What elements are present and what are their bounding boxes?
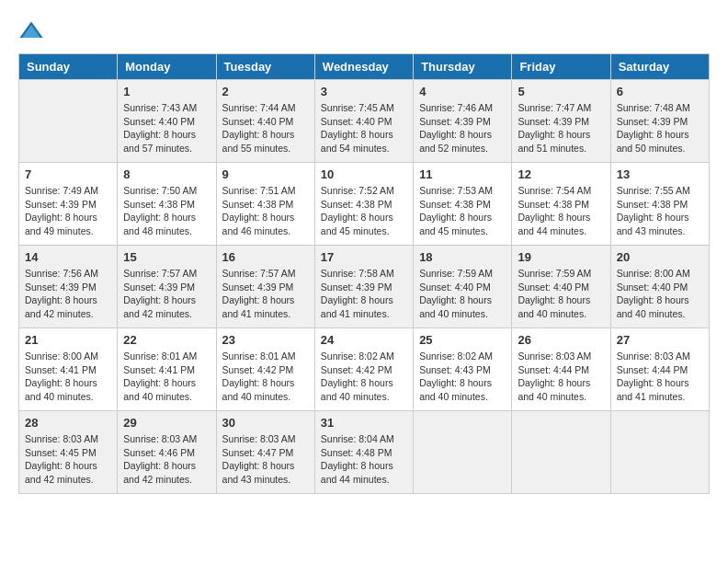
calendar-cell: 26Sunrise: 8:03 AMSunset: 4:44 PMDayligh… — [512, 328, 610, 411]
day-info: Sunrise: 8:00 AMSunset: 4:40 PMDaylight:… — [617, 267, 703, 321]
calendar-week-row: 1Sunrise: 7:43 AMSunset: 4:40 PMDaylight… — [19, 80, 710, 163]
calendar-cell — [414, 411, 512, 494]
day-info: Sunrise: 7:50 AMSunset: 4:38 PMDaylight:… — [123, 184, 210, 238]
header-friday: Friday — [512, 54, 610, 80]
day-number: 6 — [617, 85, 703, 98]
calendar-cell: 16Sunrise: 7:57 AMSunset: 4:39 PMDayligh… — [216, 246, 314, 328]
day-info: Sunrise: 8:03 AMSunset: 4:44 PMDaylight:… — [518, 350, 604, 404]
calendar-cell: 21Sunrise: 8:00 AMSunset: 4:41 PMDayligh… — [19, 328, 118, 411]
header-tuesday: Tuesday — [216, 54, 314, 80]
day-info: Sunrise: 7:53 AMSunset: 4:38 PMDaylight:… — [419, 184, 506, 238]
calendar: SundayMondayTuesdayWednesdayThursdayFrid… — [18, 53, 710, 494]
day-info: Sunrise: 7:59 AMSunset: 4:40 PMDaylight:… — [518, 267, 604, 321]
day-info: Sunrise: 7:57 AMSunset: 4:39 PMDaylight:… — [123, 267, 210, 321]
day-info: Sunrise: 7:43 AMSunset: 4:40 PMDaylight:… — [123, 101, 210, 155]
day-info: Sunrise: 8:03 AMSunset: 4:45 PMDaylight:… — [25, 432, 111, 487]
day-number: 28 — [25, 416, 111, 430]
day-info: Sunrise: 8:03 AMSunset: 4:47 PMDaylight:… — [222, 432, 309, 487]
calendar-cell: 23Sunrise: 8:01 AMSunset: 4:42 PMDayligh… — [216, 328, 314, 411]
calendar-cell: 1Sunrise: 7:43 AMSunset: 4:40 PMDaylight… — [118, 80, 216, 163]
day-info: Sunrise: 7:45 AMSunset: 4:40 PMDaylight:… — [321, 101, 407, 155]
day-number: 31 — [321, 416, 407, 430]
day-info: Sunrise: 7:46 AMSunset: 4:39 PMDaylight:… — [419, 101, 506, 155]
day-info: Sunrise: 7:55 AMSunset: 4:38 PMDaylight:… — [617, 184, 703, 238]
calendar-cell: 6Sunrise: 7:48 AMSunset: 4:39 PMDaylight… — [610, 80, 709, 163]
day-info: Sunrise: 7:58 AMSunset: 4:39 PMDaylight:… — [321, 267, 407, 321]
calendar-cell: 4Sunrise: 7:46 AMSunset: 4:39 PMDaylight… — [414, 80, 512, 163]
calendar-cell: 18Sunrise: 7:59 AMSunset: 4:40 PMDayligh… — [414, 246, 512, 328]
logo — [18, 18, 48, 44]
header-wednesday: Wednesday — [314, 54, 413, 80]
calendar-cell — [610, 411, 709, 494]
day-number: 14 — [25, 250, 111, 264]
day-number: 19 — [518, 250, 604, 264]
day-number: 30 — [222, 416, 309, 430]
day-number: 3 — [321, 85, 407, 98]
day-info: Sunrise: 7:59 AMSunset: 4:40 PMDaylight:… — [419, 267, 506, 321]
page-header — [18, 18, 710, 44]
day-info: Sunrise: 7:49 AMSunset: 4:39 PMDaylight:… — [25, 184, 111, 238]
calendar-cell: 8Sunrise: 7:50 AMSunset: 4:38 PMDaylight… — [118, 163, 216, 246]
day-number: 10 — [321, 167, 407, 181]
day-number: 11 — [419, 167, 506, 181]
header-saturday: Saturday — [610, 54, 709, 80]
day-number: 18 — [419, 250, 506, 264]
day-number: 29 — [123, 416, 210, 430]
day-info: Sunrise: 8:01 AMSunset: 4:42 PMDaylight:… — [222, 350, 309, 404]
day-info: Sunrise: 8:00 AMSunset: 4:41 PMDaylight:… — [25, 350, 111, 404]
calendar-cell: 20Sunrise: 8:00 AMSunset: 4:40 PMDayligh… — [610, 246, 709, 328]
day-info: Sunrise: 8:03 AMSunset: 4:44 PMDaylight:… — [617, 350, 703, 404]
day-number: 26 — [518, 333, 604, 347]
day-info: Sunrise: 7:51 AMSunset: 4:38 PMDaylight:… — [222, 184, 309, 238]
day-number: 15 — [123, 250, 210, 264]
day-info: Sunrise: 8:01 AMSunset: 4:41 PMDaylight:… — [123, 350, 210, 404]
calendar-week-row: 21Sunrise: 8:00 AMSunset: 4:41 PMDayligh… — [19, 328, 710, 411]
calendar-cell: 12Sunrise: 7:54 AMSunset: 4:38 PMDayligh… — [512, 163, 610, 246]
day-number: 22 — [123, 333, 210, 347]
day-info: Sunrise: 7:44 AMSunset: 4:40 PMDaylight:… — [222, 101, 309, 155]
calendar-cell: 2Sunrise: 7:44 AMSunset: 4:40 PMDaylight… — [216, 80, 314, 163]
day-number: 16 — [222, 250, 309, 264]
calendar-cell: 28Sunrise: 8:03 AMSunset: 4:45 PMDayligh… — [19, 411, 118, 494]
day-number: 4 — [419, 85, 506, 98]
day-number: 7 — [25, 167, 111, 181]
calendar-cell: 11Sunrise: 7:53 AMSunset: 4:38 PMDayligh… — [414, 163, 512, 246]
calendar-cell: 30Sunrise: 8:03 AMSunset: 4:47 PMDayligh… — [216, 411, 314, 494]
calendar-week-row: 28Sunrise: 8:03 AMSunset: 4:45 PMDayligh… — [19, 411, 710, 494]
calendar-cell: 22Sunrise: 8:01 AMSunset: 4:41 PMDayligh… — [118, 328, 216, 411]
day-info: Sunrise: 8:03 AMSunset: 4:46 PMDaylight:… — [123, 432, 210, 487]
calendar-cell: 24Sunrise: 8:02 AMSunset: 4:42 PMDayligh… — [314, 328, 413, 411]
calendar-header-row: SundayMondayTuesdayWednesdayThursdayFrid… — [19, 54, 710, 80]
day-info: Sunrise: 8:02 AMSunset: 4:42 PMDaylight:… — [321, 350, 407, 404]
day-number: 5 — [518, 85, 604, 98]
logo-icon — [18, 18, 44, 44]
calendar-week-row: 14Sunrise: 7:56 AMSunset: 4:39 PMDayligh… — [19, 246, 710, 328]
calendar-cell: 29Sunrise: 8:03 AMSunset: 4:46 PMDayligh… — [118, 411, 216, 494]
day-number: 1 — [123, 85, 210, 98]
calendar-cell: 25Sunrise: 8:02 AMSunset: 4:43 PMDayligh… — [414, 328, 512, 411]
header-thursday: Thursday — [414, 54, 512, 80]
day-info: Sunrise: 7:57 AMSunset: 4:39 PMDaylight:… — [222, 267, 309, 321]
day-info: Sunrise: 8:02 AMSunset: 4:43 PMDaylight:… — [419, 350, 506, 404]
day-number: 21 — [25, 333, 111, 347]
calendar-cell — [512, 411, 610, 494]
header-sunday: Sunday — [19, 54, 118, 80]
header-monday: Monday — [118, 54, 216, 80]
day-info: Sunrise: 7:52 AMSunset: 4:38 PMDaylight:… — [321, 184, 407, 238]
day-number: 27 — [617, 333, 703, 347]
calendar-cell: 27Sunrise: 8:03 AMSunset: 4:44 PMDayligh… — [610, 328, 709, 411]
calendar-cell: 10Sunrise: 7:52 AMSunset: 4:38 PMDayligh… — [314, 163, 413, 246]
calendar-cell: 19Sunrise: 7:59 AMSunset: 4:40 PMDayligh… — [512, 246, 610, 328]
day-number: 12 — [518, 167, 604, 181]
day-info: Sunrise: 7:47 AMSunset: 4:39 PMDaylight:… — [518, 101, 604, 155]
day-number: 9 — [222, 167, 309, 181]
day-info: Sunrise: 7:48 AMSunset: 4:39 PMDaylight:… — [617, 101, 703, 155]
calendar-cell — [19, 80, 118, 163]
day-number: 2 — [222, 85, 309, 98]
calendar-cell: 17Sunrise: 7:58 AMSunset: 4:39 PMDayligh… — [314, 246, 413, 328]
calendar-cell: 7Sunrise: 7:49 AMSunset: 4:39 PMDaylight… — [19, 163, 118, 246]
day-info: Sunrise: 7:54 AMSunset: 4:38 PMDaylight:… — [518, 184, 604, 238]
day-number: 24 — [321, 333, 407, 347]
calendar-cell: 13Sunrise: 7:55 AMSunset: 4:38 PMDayligh… — [610, 163, 709, 246]
day-number: 17 — [321, 250, 407, 264]
